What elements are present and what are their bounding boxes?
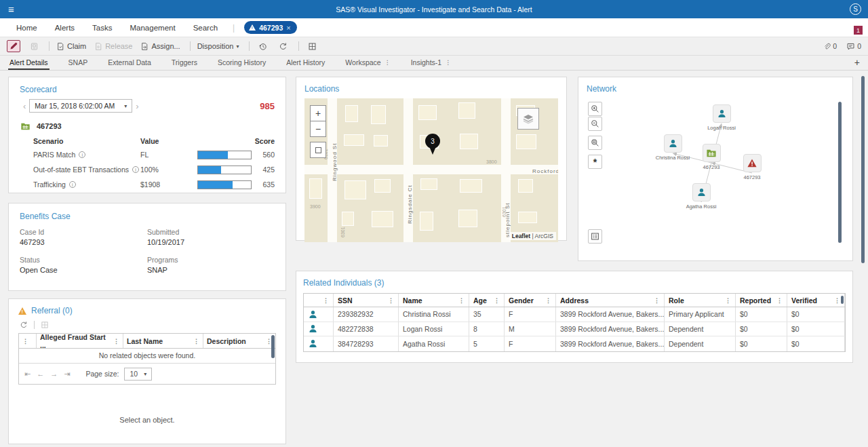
column-menu-icon[interactable]: ⋮: [458, 297, 465, 304]
network-layout-button[interactable]: *: [588, 155, 602, 169]
assign-button[interactable]: Assign...: [140, 42, 180, 51]
column-menu-icon[interactable]: ⋮: [113, 338, 119, 345]
column-menu-icon[interactable]: ⋮: [834, 297, 840, 304]
network-zoom-in-button[interactable]: [588, 102, 602, 116]
nav-item-alerts[interactable]: Alerts: [55, 24, 75, 32]
claim-button[interactable]: Claim: [56, 42, 86, 51]
related-column-name[interactable]: Name⋮: [399, 294, 469, 307]
node-icon-box[interactable]: [743, 154, 762, 172]
node-icon-box[interactable]: [713, 104, 731, 123]
column-menu-icon[interactable]: ⋮: [545, 297, 551, 304]
next-page-button[interactable]: →: [50, 370, 58, 378]
related-individual-row[interactable]: 239382932Christina Rossi35F3899 Rockford…: [304, 307, 845, 322]
score-bar: [197, 151, 252, 159]
related-column-verified[interactable]: Verified⋮: [787, 294, 845, 307]
network-canvas[interactable]: Logan RossiChristina Rossi467293467293Ag…: [578, 77, 852, 260]
referral-column-3[interactable]: Description⋮: [203, 334, 275, 348]
row-options-column[interactable]: ⋮: [19, 334, 37, 348]
network-node-logan[interactable]: Logan Rossi: [695, 104, 748, 131]
tab-label: Workspace: [345, 58, 380, 66]
scorecard-entity-id: 467293: [37, 122, 62, 130]
column-menu-icon[interactable]: ⋮: [388, 297, 394, 304]
next-date-button[interactable]: ›: [132, 101, 142, 111]
info-icon[interactable]: i: [132, 166, 139, 173]
column-menu-icon[interactable]: ⋮: [776, 297, 783, 304]
network-scrollbar[interactable]: [838, 102, 842, 243]
tab-snap[interactable]: SNAP: [67, 56, 90, 70]
page-size-dropdown[interactable]: 10 ▾: [124, 368, 152, 381]
attachments-button[interactable]: 0: [823, 42, 837, 51]
page-scrollbar[interactable]: [861, 76, 865, 263]
network-node-agatha[interactable]: Agatha Rossi: [675, 183, 728, 210]
related-column-gender[interactable]: Gender⋮: [505, 294, 556, 307]
window-layout-button[interactable]: [306, 40, 319, 52]
kebab-menu-icon[interactable]: ⋮: [384, 59, 391, 66]
network-legend-button[interactable]: [588, 229, 602, 244]
nav-item-tasks[interactable]: Tasks: [92, 24, 112, 32]
info-icon[interactable]: i: [79, 151, 85, 158]
user-avatar[interactable]: S: [850, 3, 861, 15]
referral-table-scrollbar[interactable]: [271, 335, 275, 358]
node-icon-box[interactable]: [664, 134, 682, 153]
map-zoom-out-button[interactable]: −: [310, 121, 326, 137]
related-column-age[interactable]: Age⋮: [469, 294, 505, 307]
first-page-button[interactable]: ⇤: [24, 370, 31, 378]
history-button[interactable]: [256, 40, 270, 52]
refresh-button[interactable]: [277, 40, 290, 52]
network-zoom-fit-button[interactable]: [588, 136, 602, 150]
disposition-dropdown[interactable]: Disposition ▾: [197, 42, 239, 50]
related-column-role[interactable]: Role⋮: [665, 294, 736, 307]
kebab-menu-icon[interactable]: ⋮: [445, 59, 451, 66]
tab-alert-history[interactable]: Alert History: [285, 56, 326, 70]
related-cell: 35: [469, 307, 505, 322]
arcgis-credit[interactable]: ArcGIS: [535, 233, 553, 239]
prev-date-button[interactable]: ‹: [20, 101, 29, 111]
comments-button[interactable]: 0: [846, 42, 861, 51]
column-menu-icon[interactable]: ⋮: [725, 297, 731, 304]
map-region-select-button[interactable]: [310, 142, 326, 158]
row-icon-column[interactable]: ⋮: [304, 294, 334, 307]
related-individual-row[interactable]: 384728293Agatha Rossi5F3899 Rockford Ave…: [304, 336, 845, 351]
network-zoom-out-button[interactable]: [588, 117, 602, 131]
column-menu-icon[interactable]: ⋮: [654, 297, 660, 304]
map-marker-cluster[interactable]: 3: [425, 134, 440, 149]
map-zoom-in-button[interactable]: +: [310, 105, 326, 121]
open-alert-pill[interactable]: ! 467293 ×: [244, 21, 296, 34]
locations-map[interactable]: Ringwood StRingsdale Ctstlepoint StRockf…: [304, 98, 558, 242]
notification-badge[interactable]: 1: [854, 26, 863, 35]
prev-page-button[interactable]: ←: [37, 370, 44, 378]
scorecard-panel: Scorecard ‹ Mar 15, 2018 6:02:00 AM ▾ › …: [8, 77, 286, 193]
tab-scoring-history[interactable]: Scoring History: [216, 56, 267, 70]
add-tab-button[interactable]: +: [854, 57, 860, 70]
nav-item-search[interactable]: Search: [193, 24, 218, 32]
last-page-button[interactable]: ⇥: [64, 370, 70, 378]
node-icon-box[interactable]: [703, 144, 721, 162]
network-node-alert[interactable]: 467293: [726, 154, 778, 180]
edit-mode-button[interactable]: [7, 40, 20, 52]
referral-column-1[interactable]: Alleged Fraud Start ...⋮: [37, 334, 123, 348]
map-layers-button[interactable]: [517, 108, 539, 130]
leaflet-credit[interactable]: Leaflet: [512, 233, 530, 239]
referral-column-2[interactable]: Last Name⋮: [123, 334, 203, 348]
related-individual-row[interactable]: 482272838Logan Rossi8M3899 Rockford Aven…: [304, 322, 845, 337]
column-menu-icon[interactable]: ⋮: [193, 338, 199, 345]
info-icon[interactable]: i: [69, 181, 76, 188]
nav-item-home[interactable]: Home: [16, 24, 37, 32]
tab-triggers[interactable]: Triggers: [170, 56, 199, 70]
related-table-scrollbar[interactable]: [841, 296, 844, 304]
related-column-address[interactable]: Address⋮: [556, 294, 665, 307]
tab-alert-details[interactable]: Alert Details: [8, 56, 50, 70]
column-menu-icon[interactable]: ⋮: [494, 297, 500, 304]
column-menu-icon[interactable]: ⋮: [323, 297, 329, 304]
alert-pill-close-icon[interactable]: ×: [286, 24, 290, 32]
referral-table: ⋮Alleged Fraud Start ...⋮Last Name⋮Descr…: [18, 333, 276, 385]
refresh-icon[interactable]: [20, 321, 28, 329]
tab-workspace[interactable]: Workspace⋮: [344, 56, 391, 70]
nav-item-management[interactable]: Management: [130, 24, 176, 32]
score-date-dropdown[interactable]: Mar 15, 2018 6:02:00 AM ▾: [29, 99, 132, 113]
node-icon-box[interactable]: [692, 183, 711, 201]
related-column-reported[interactable]: Reported⋮: [736, 294, 787, 307]
tab-insights-1[interactable]: Insights-1⋮: [410, 56, 453, 70]
related-column-ssn[interactable]: SSN⋮: [334, 294, 399, 307]
tab-external-data[interactable]: External Data: [106, 56, 153, 70]
